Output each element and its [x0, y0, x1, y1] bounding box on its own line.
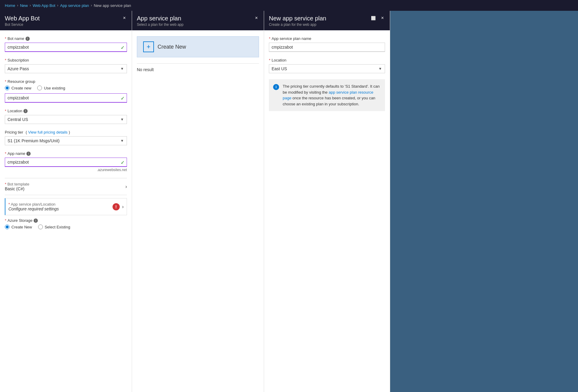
- bot-name-input[interactable]: [5, 43, 127, 52]
- resource-group-field: * Resource group Create new Use existing: [5, 79, 127, 103]
- azure-storage-label: Azure Storage: [8, 218, 32, 223]
- breadcrumb: Home › New › Web App Bot › App service p…: [0, 0, 578, 11]
- azure-storage-select-existing-radio[interactable]: [38, 225, 43, 229]
- asp-label: App service plan/Location: [11, 202, 56, 207]
- subscription-select[interactable]: Azure Pass: [5, 64, 127, 73]
- azure-storage-select-existing-label: Select Existing: [45, 225, 70, 229]
- resource-group-use-existing-radio[interactable]: [37, 86, 42, 90]
- create-new-plus-icon: +: [143, 41, 154, 52]
- panel2-subtitle: Select a plan for the web app: [137, 23, 183, 27]
- plan-name-input[interactable]: [269, 43, 385, 52]
- pricing-tier-select[interactable]: S1 (1K Premium Msgs/Unit): [5, 136, 127, 145]
- resource-group-check-icon: ✓: [121, 95, 125, 101]
- app-name-label: App name: [8, 151, 25, 156]
- asp-value: Configure required settings: [8, 207, 59, 211]
- breadcrumb-new[interactable]: New: [20, 3, 28, 8]
- bot-name-info-icon[interactable]: i: [26, 37, 30, 41]
- breadcrumb-web-app-bot[interactable]: Web App Bot: [33, 3, 56, 8]
- subscription-label: Subscription: [8, 58, 29, 62]
- bot-name-check-icon: ✓: [121, 44, 125, 50]
- panel2-title: App service plan: [137, 15, 183, 22]
- azure-storage-create-new-label: Create New: [11, 225, 32, 229]
- bot-template-label: Bot template: [8, 182, 29, 186]
- pricing-tier-label: Pricing tier: [5, 130, 23, 134]
- panel3-title: New app service plan: [269, 15, 326, 22]
- panel3-location-label: Location: [272, 58, 286, 62]
- app-name-domain-suffix: .azurewebsites.net: [5, 168, 127, 172]
- panel3-close-button[interactable]: ×: [380, 15, 385, 21]
- azure-storage-radio-group: Create New Select Existing: [5, 225, 127, 229]
- no-result-text: No result: [137, 65, 259, 74]
- bot-name-label: Bot name: [8, 36, 24, 41]
- panel1-close-button[interactable]: ×: [122, 15, 127, 21]
- azure-storage-create-new-radio[interactable]: [5, 225, 10, 229]
- panel1-header: Web App Bot Bot Service ×: [0, 11, 132, 30]
- web-app-bot-panel: Web App Bot Bot Service × * Bot name i ✓: [0, 11, 132, 392]
- resource-group-input[interactable]: [5, 93, 127, 103]
- panel1-subtitle: Bot Service: [5, 23, 40, 27]
- panel3-location-select[interactable]: East US: [269, 64, 385, 73]
- info-box-icon: i: [273, 84, 279, 90]
- create-new-button[interactable]: + Create New: [137, 36, 259, 57]
- azure-storage-select-existing-option[interactable]: Select Existing: [38, 225, 70, 229]
- subscription-field: * Subscription Azure Pass ▼: [5, 58, 127, 73]
- bot-template-value: Basic (C#): [5, 186, 29, 191]
- panel2-close-button[interactable]: ×: [254, 15, 259, 21]
- pricing-info-box: i The pricing tier currently defaults to…: [269, 79, 385, 111]
- breadcrumb-new-app-service-plan: New app service plan: [94, 3, 131, 8]
- panel1-title: Web App Bot: [5, 15, 40, 22]
- panel3-subtitle: Create a plan for the web app: [269, 23, 326, 27]
- resource-group-create-new-label: Create new: [11, 86, 31, 90]
- pricing-tier-link[interactable]: View full pricing details: [28, 130, 68, 134]
- breadcrumb-app-service-plan[interactable]: App service plan: [60, 3, 89, 8]
- info-text-after: once the resource has been created, or y…: [283, 96, 375, 106]
- location-label: Location: [8, 109, 22, 113]
- create-new-label: Create New: [158, 44, 186, 50]
- asp-chevron-icon: ›: [122, 204, 124, 210]
- location-info-icon[interactable]: i: [23, 109, 28, 113]
- info-box-text: The pricing tier currently defaults to '…: [283, 83, 381, 107]
- panel3-header: New app service plan Create a plan for t…: [264, 11, 390, 30]
- location-field: * Location i Central US ▼: [5, 109, 127, 124]
- resource-group-create-new-option[interactable]: Create new: [5, 86, 31, 90]
- right-panel-remainder: [390, 11, 578, 392]
- app-service-plan-panel: App service plan Select a plan for the w…: [132, 11, 264, 392]
- plan-name-label: App service plan name: [272, 36, 311, 41]
- breadcrumb-home[interactable]: Home: [5, 3, 15, 8]
- resource-group-use-existing-label: Use existing: [44, 86, 65, 90]
- app-name-info-icon[interactable]: i: [26, 152, 31, 156]
- app-name-check-icon: ✓: [121, 159, 125, 165]
- bot-template-row[interactable]: * Bot template Basic (C#) ›: [5, 178, 127, 195]
- azure-storage-field: * Azure Storage i Create New Select Exis…: [5, 218, 127, 229]
- plan-name-field: * App service plan name: [269, 36, 385, 52]
- new-app-service-plan-panel: New app service plan Create a plan for t…: [264, 11, 390, 392]
- location-select[interactable]: Central US: [5, 115, 127, 124]
- resource-group-label: Resource group: [8, 79, 35, 84]
- panel3-maximize-button[interactable]: ⬜: [370, 16, 377, 21]
- asp-row-container: * App service plan/Location Configure re…: [5, 198, 127, 215]
- bot-name-field: * Bot name i ✓: [5, 36, 127, 52]
- asp-error-icon: !: [113, 203, 120, 210]
- azure-storage-info-icon[interactable]: i: [34, 219, 38, 223]
- panel3-location-field: * Location East US ▼: [269, 58, 385, 73]
- resource-group-radio-group: Create new Use existing: [5, 86, 127, 90]
- pricing-tier-field: Pricing tier (View full pricing details)…: [5, 130, 127, 145]
- app-name-input[interactable]: [5, 158, 127, 167]
- app-name-field: * App name i ✓ .azurewebsites.net: [5, 151, 127, 172]
- bot-template-chevron-icon: ›: [125, 184, 127, 189]
- azure-storage-create-new-option[interactable]: Create New: [5, 225, 32, 229]
- resource-group-create-new-radio[interactable]: [5, 86, 10, 90]
- resource-group-use-existing-option[interactable]: Use existing: [37, 86, 65, 90]
- app-service-plan-row[interactable]: * App service plan/Location Configure re…: [5, 198, 127, 215]
- panel2-header: App service plan Select a plan for the w…: [132, 11, 264, 30]
